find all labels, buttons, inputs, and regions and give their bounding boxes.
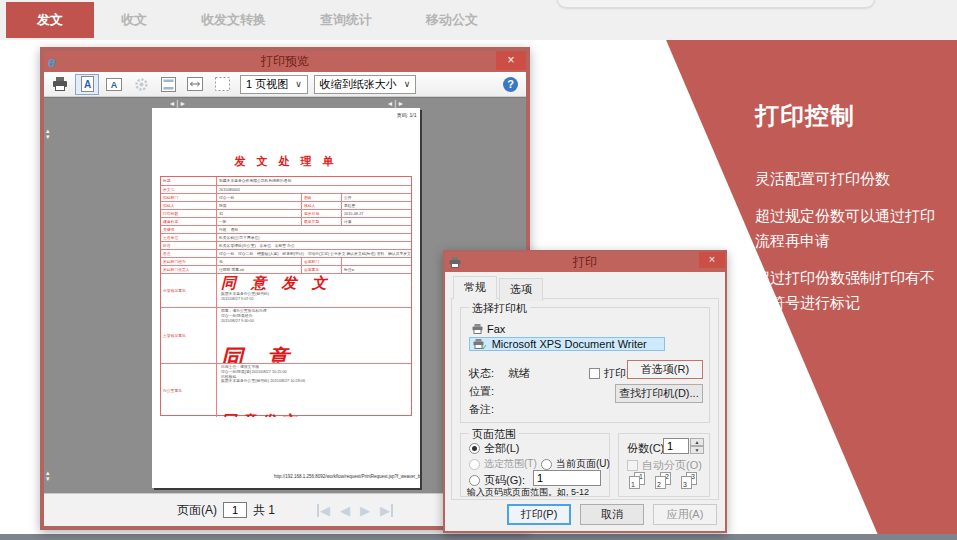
margin-handle-right[interactable]: ◂❘▸ [388, 100, 403, 108]
print-button[interactable]: 打印(P) [507, 504, 571, 525]
chevron-down-icon: ∨ [295, 79, 302, 89]
spin-down-icon[interactable]: ▼ [690, 446, 704, 454]
printer-name: Microsoft XPS Document Writer [492, 338, 647, 350]
bottom-strip [0, 534, 957, 540]
dialog-body: 常规选项 选择打印机 Fax✓Microsoft XPS Document Wr… [445, 272, 725, 531]
doc-table-row-5: 缓急程度一般载体类型计算 [161, 217, 411, 225]
doc-field-value: 陈晨 [216, 202, 301, 209]
last-page-icon[interactable]: ▶ [380, 504, 393, 517]
doc-table-row-13: 主管领导意见同意，请办公室按流程办理综合一处/陈晨经办2015/08/27 9:… [161, 307, 411, 363]
nav-tab-1[interactable]: 收文 [94, 2, 174, 38]
nav-tab-4[interactable]: 移动公文 [399, 2, 505, 38]
doc-field-value: 机关各科(公司下属单位) [216, 234, 411, 241]
print-icon[interactable] [48, 74, 72, 95]
doc-signature-text: 同 意 [221, 345, 411, 363]
doc-field-label: 发文号 [161, 186, 216, 193]
find-printer-button[interactable]: 查找打印机(D)... [615, 384, 703, 403]
nav-tab-0[interactable]: 发文 [6, 2, 94, 38]
landscape-icon[interactable]: A [102, 74, 126, 95]
doc-field-value: 综合一处 [216, 194, 301, 201]
nav-tab-3[interactable]: 查询统计 [293, 2, 399, 38]
help-icon[interactable]: ? [503, 77, 518, 92]
collate-page-pair: 11 [629, 472, 647, 490]
margin-handle-bottom[interactable]: ▴▾ [46, 470, 50, 482]
prev-page-icon[interactable]: ◀ [340, 504, 350, 517]
preview-titlebar[interactable]: e 打印预览 × [44, 51, 526, 72]
select-printer-group: 选择打印机 Fax✓Microsoft XPS Document Writer … [460, 307, 710, 423]
doc-table-row-12: 分管领导意见同 意 发 文集团天丰事务办公室(秘书处)2015/08/27 9:… [161, 273, 411, 307]
first-page-icon[interactable]: ◀ [317, 504, 330, 517]
doc-sig-content: 同 意 发 文集团天丰事务办公室(秘书处)2015/08/27 9:07:01 [216, 274, 411, 307]
doc-table-row-0: 标题新疆天丰事务合作有限公司机构调整的通知 [161, 177, 411, 185]
doc-field-value: 机关各管理处(办公室)、各单位、各部室 办公 [216, 242, 411, 249]
printer-item-1[interactable]: ✓Microsoft XPS Document Writer [469, 337, 665, 351]
doc-table-row-2: 拟稿部门综合一处密级公开 [161, 193, 411, 201]
doc-field-value: 新疆天丰事务合作有限公司机构调整的通知 [216, 177, 411, 185]
page-range-label: 页面范围 [469, 427, 519, 442]
nav-tab-2[interactable]: 收发文转换 [174, 2, 293, 38]
fit-width-icon[interactable] [183, 74, 207, 95]
next-page-icon[interactable]: ▶ [360, 504, 370, 517]
side-panel-bullet-0: 灵活配置可打印份数 [755, 166, 945, 191]
chevron-down-icon: ∨ [404, 79, 411, 89]
range-all-radio[interactable] [469, 443, 480, 454]
range-pages-radio[interactable] [469, 475, 480, 486]
copies-label: 份数(C): [627, 441, 667, 456]
doc-table-row-11: 发起部门负责人汪丽丽 同意.ok会签意见标注w [161, 265, 411, 273]
range-selection-label: 选定范围(T) [484, 457, 537, 471]
dialog-tabs: 常规选项 [453, 276, 719, 299]
nav-decor-pill [557, 0, 875, 8]
cancel-button[interactable]: 取消 [580, 504, 644, 525]
doc-field-label: 发起部门负责人 [161, 266, 216, 273]
dialog-tab-0[interactable]: 常规 [453, 276, 497, 299]
print-to-file-checkbox[interactable] [589, 368, 600, 379]
range-selection-radio[interactable] [469, 459, 480, 470]
doc-field-label: 会签意见 [301, 266, 341, 273]
range-hint: 输入页码或页面范围。如, 5-12 [467, 486, 589, 499]
side-panel: 打印控制 灵活配置可打印份数超过规定份数可以通过打印流程再申请超过打印份数强制打… [755, 100, 945, 327]
page-view-dropdown[interactable]: 1 页视图 ∨ [240, 75, 308, 94]
doc-table-row-1: 发文号2015080001 [161, 185, 411, 193]
portrait-icon[interactable]: A [75, 74, 99, 95]
collate-icon: 112233 [619, 472, 709, 490]
header-footer-icon[interactable] [156, 74, 180, 95]
spin-up-icon[interactable]: ▲ [690, 438, 704, 446]
dialog-close-icon[interactable]: × [699, 252, 725, 268]
scale-dropdown[interactable]: 收缩到纸张大小 ∨ [314, 75, 417, 94]
side-panel-bullets: 灵活配置可打印份数超过规定份数可以通过打印流程再申请超过打印份数强制打印有不同符… [755, 166, 945, 315]
location-label: 位置: [469, 384, 494, 399]
page-nav-arrows: ◀ ◀ ▶ ▶ [317, 504, 393, 517]
dialog-titlebar[interactable]: 打印 × [445, 252, 725, 272]
collate-checkbox[interactable] [627, 460, 638, 471]
page-setup-gear-icon[interactable] [129, 74, 153, 95]
status-label: 状态: [469, 366, 494, 381]
preview-close-icon[interactable]: × [496, 51, 526, 70]
doc-field-value: 2015080001 [216, 186, 411, 193]
full-page-icon[interactable] [210, 74, 234, 95]
range-all-label: 全部(L) [484, 441, 519, 456]
doc-field-value: 一般 [216, 218, 301, 225]
doc-field-value: 公开 [341, 194, 411, 201]
margin-handle-left[interactable]: ◂❘▸ [170, 100, 185, 108]
doc-table-row-8: 抄送机关各管理处(办公室)、各单位、各部室 办公 [161, 241, 411, 249]
doc-title: 发 文 处 理 单 [152, 154, 420, 169]
doc-field-label: 关键词 [161, 226, 216, 233]
doc-field-value: 31 [216, 210, 301, 217]
doc-sig-label: 办公室意见 [161, 364, 216, 417]
svg-text:A: A [83, 79, 90, 90]
apply-button[interactable]: 应用(A) [653, 504, 717, 525]
doc-sig-pre-lines: 已阅主任：请按文审核综合一处/陈晨[签] 2015/08/27 10:25:00… [221, 365, 409, 383]
range-current-radio[interactable] [541, 459, 552, 470]
printer-item-0[interactable]: Fax [469, 322, 508, 336]
doc-signature-text: 同意发文 [221, 413, 411, 417]
pages-input[interactable] [533, 470, 601, 486]
doc-field-value: 汪丽丽 同意.ok [216, 266, 301, 273]
preferences-button[interactable]: 首选项(R) [627, 360, 703, 379]
doc-field-value: 综合一处、综合二处、稽查组(人事)、财务部(审计)、综治办(安监) 公示发文 确… [216, 250, 411, 257]
dialog-tabpanel: 选择打印机 Fax✓Microsoft XPS Document Writer … [451, 298, 719, 500]
doc-sig-label: 主管领导意见 [161, 308, 216, 363]
margin-handle-top[interactable]: ▴▾ [46, 128, 50, 140]
copies-input[interactable] [663, 438, 689, 454]
dialog-tab-1[interactable]: 选项 [499, 278, 543, 301]
page-number-input[interactable] [223, 502, 247, 518]
